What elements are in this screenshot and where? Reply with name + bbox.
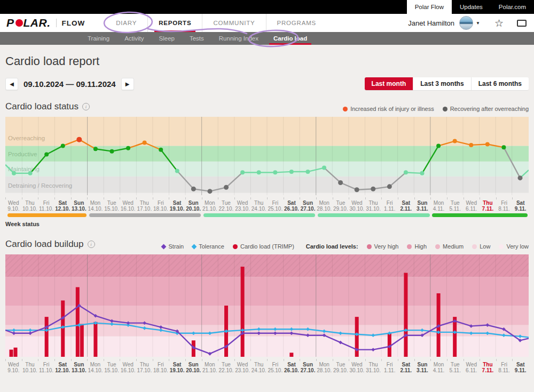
axis-label-7-11-: Thu7.11. [480,200,496,212]
week-status-bar-4 [318,213,429,217]
top-tab-polar-flow[interactable]: Polar Flow [407,0,452,14]
buildup-section-title: Cardio load buildup i [5,239,95,250]
axis-label-1-11-: Fri1.11. [381,362,398,373]
axis-label-11-10-: Fri11.10. [38,200,54,212]
legend-label: Tolerance [199,243,224,250]
svg-text:Productive: Productive [8,151,37,157]
next-period-button[interactable]: ▶ [121,78,134,90]
axis-label-10-10-: Thu10.10. [22,362,38,373]
axis-label-30-10-: Wed30.10. [349,362,365,373]
axis-label-25-10-: Fri25.10. [267,362,284,373]
main-header: P LAR. FLOW DIARYREPORTSCOMMUNITYPROGRAM… [0,14,534,32]
axis-label-23-10-: Wed23.10. [234,362,251,373]
menu-item-community[interactable]: COMMUNITY [202,14,265,32]
legend-label: Low [480,243,490,250]
axis-label-16-10-: Wed16.10. [120,200,136,212]
axis-label-17-10-: Thu17.10. [136,362,153,373]
buildup-title-text: Cardio load buildup [5,239,84,250]
legend-dot-icon [443,107,447,111]
legend-level-dot-icon [499,244,504,249]
subnav-item-training[interactable]: Training [80,32,117,45]
axis-label-25-10-: Fri25.10. [267,200,284,212]
subnav-item-running-index[interactable]: Running Index [211,32,266,45]
axis-label-9-11-: Sat9.11. [512,200,529,212]
subnav-item-sleep[interactable]: Sleep [152,32,182,45]
axis-label-2-11-: Sat2.11. [398,362,414,373]
reports-subnav: TrainingActivitySleepTestsRunning IndexC… [0,32,534,45]
prev-period-button[interactable]: ◀ [5,78,18,90]
legend-label: Recovering after overreaching [450,106,529,112]
axis-label-12-10-: Sat12.10. [54,200,71,212]
buildup-chart-svg [5,254,529,357]
legend-label: Cardio load (TRIMP) [240,243,294,250]
last-3-months-button[interactable]: Last 3 months [413,77,470,90]
last-6-months-button[interactable]: Last 6 months [471,77,529,90]
cardio-load-buildup-chart [5,254,529,359]
legend-item: Increased risk of injury or illness [343,106,434,112]
axis-label-8-11-: Fri8.11. [496,200,513,212]
axis-label-31-10-: Thu31.10. [365,200,382,212]
axis-label-15-10-: Tue15.10. [104,362,120,373]
legend-diamond-icon [192,244,197,249]
axis-label-21-10-: Mon21.10. [202,362,218,373]
user-area: Janet Hamilton ▼ ☆ [408,16,527,30]
svg-text:Detraining / Recovering: Detraining / Recovering [8,182,72,189]
legend-item: Strain [162,243,184,250]
range-button-group: Last monthLast 3 monthsLast 6 months [365,77,529,90]
logo-red-dot-icon [15,19,23,27]
subnav-item-activity[interactable]: Activity [117,32,151,45]
axis-label-17-10-: Thu17.10. [136,200,153,212]
axis-label-22-10-: Tue22.10. [218,200,234,212]
last-month-button[interactable]: Last month [365,77,413,90]
favorite-star-icon[interactable]: ☆ [494,17,504,29]
axis-label-23-10-: Wed23.10. [234,200,251,212]
axis-label-1-11-: Fri1.11. [381,200,398,212]
axis-label-24-10-: Thu24.10. [250,362,267,373]
axis-label-27-10-: Sun27.10. [300,362,316,373]
menu-item-reports[interactable]: REPORTS [147,14,202,32]
info-icon[interactable]: i [88,241,95,248]
axis-label-30-10-: Wed30.10. [349,200,365,212]
top-tab-polar-com[interactable]: Polar.com [491,0,534,14]
axis-label-19-10-: Sat19.10. [169,200,185,212]
axis-label-22-10-: Tue22.10. [218,362,234,373]
legend-label: High [414,243,427,250]
legend-item: Recovering after overreaching [443,106,529,112]
chevron-down-icon[interactable]: ▼ [476,21,480,26]
axis-label-3-11-: Sun3.11. [414,362,431,373]
legend-level-item: High [407,243,427,250]
week-status-bar-2 [89,213,201,217]
menu-item-programs[interactable]: PROGRAMS [266,14,327,32]
menu-item-diary[interactable]: DIARY [105,14,147,32]
subnav-item-tests[interactable]: Tests [182,32,211,45]
date-navigation: ◀ 09.10.2024 — 09.11.2024 ▶ Last monthLa… [5,77,529,90]
info-icon[interactable]: i [82,103,90,110]
axis-label-4-11-: Mon4.11. [430,362,447,373]
status-legend: Increased risk of injury or illnessRecov… [343,106,529,112]
axis-label-10-10-: Thu10.10. [22,200,38,212]
axis-label-9-11-: Sat9.11. [512,362,529,373]
axis-label-16-10-: Wed16.10. [120,362,136,373]
axis-label-15-10-: Tue15.10. [104,200,120,212]
cardio-load-status-chart: Detraining / RecoveringMaintainingProduc… [5,117,529,197]
axis-label-20-10-: Sun20.10. [185,362,202,373]
axis-label-26-10-: Sat26.10. [284,200,300,212]
status-x-axis: Wed9.10.Thu10.10.Fri11.10.Sat12.10.Sun13… [5,200,529,212]
axis-ticks [5,197,529,199]
axis-label-7-11-: Thu7.11. [480,362,496,373]
axis-label-29-10-: Tue29.10. [333,200,349,212]
feedback-bubble-icon[interactable] [517,20,527,27]
axis-label-14-10-: Mon14.10. [87,362,104,373]
axis-label-24-10-: Thu24.10. [250,200,267,212]
product-name: FLOW [62,19,85,27]
axis-label-11-10-: Fri11.10. [38,362,54,373]
status-title-text: Cardio load status [5,101,78,112]
top-tab-updates[interactable]: Updates [452,0,491,14]
user-avatar[interactable] [459,16,473,30]
axis-label-14-10-: Mon14.10. [87,200,104,212]
polar-logo[interactable]: P LAR. [6,17,51,29]
week-status-bar-1 [7,213,87,217]
user-name[interactable]: Janet Hamilton [408,19,454,27]
status-section-header: Cardio load status i Increased risk of i… [5,101,529,112]
subnav-item-cardio-load[interactable]: Cardio load [266,32,315,45]
